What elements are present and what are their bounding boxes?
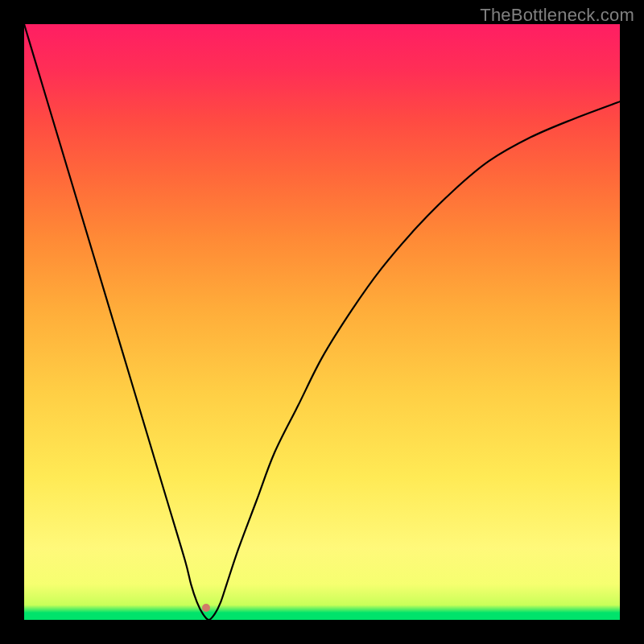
chart-container: TheBottleneck.com <box>0 0 644 644</box>
watermark-text: TheBottleneck.com <box>480 5 634 26</box>
minimum-marker-dot <box>202 604 210 612</box>
bottleneck-curve-svg <box>24 24 620 620</box>
plot-area <box>24 24 620 620</box>
bottleneck-curve-path <box>24 24 620 620</box>
